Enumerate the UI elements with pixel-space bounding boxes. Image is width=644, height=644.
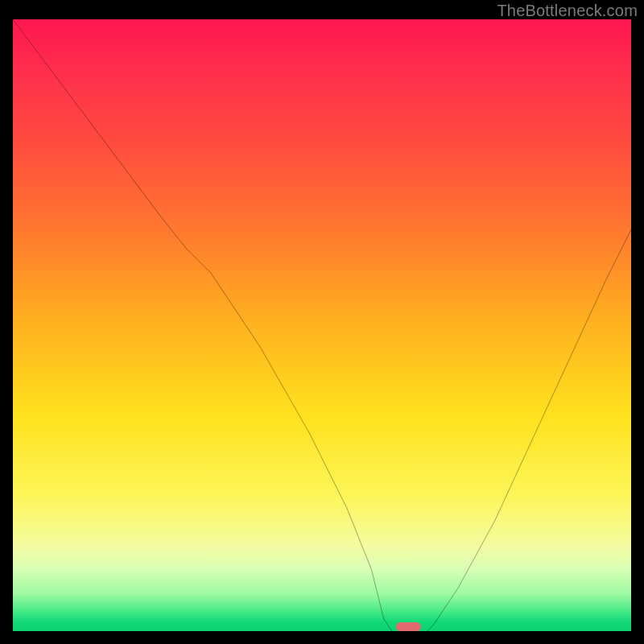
plot-area — [13, 19, 631, 631]
curve-path — [13, 19, 631, 638]
optimum-marker — [396, 622, 421, 631]
bottleneck-curve — [13, 19, 631, 638]
chart-frame: TheBottleneck.com — [0, 0, 644, 644]
watermark-text: TheBottleneck.com — [497, 2, 638, 20]
